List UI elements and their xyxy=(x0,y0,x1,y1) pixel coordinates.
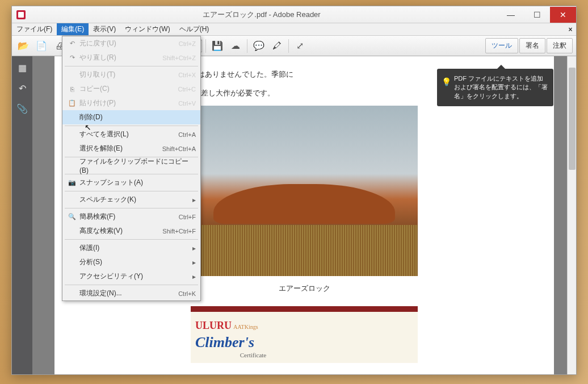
tooltip-arrow-icon xyxy=(497,65,505,69)
highlight-button[interactable]: 🖍 xyxy=(269,38,285,54)
menu-spellcheck[interactable]: スペルチェック(K)▸ xyxy=(62,193,200,207)
menu-delete[interactable]: 削除(D) xyxy=(62,110,200,124)
photo-certificate: ULURU AATKings Climber's Certificate xyxy=(191,306,418,363)
tooltip-text: PDF ファイルにテキストを追加および署名を配置するには、「署名」をクリックしま… xyxy=(454,75,548,99)
camera-icon: 📷 xyxy=(67,179,77,186)
menu-protect[interactable]: 保護(I)▸ xyxy=(62,241,200,255)
search-icon: 🔍 xyxy=(67,213,77,220)
menu-snapshot[interactable]: 📷スナップショット(A) xyxy=(62,176,200,190)
cert-climbers-text: Climber's xyxy=(195,335,311,350)
separator xyxy=(205,39,206,53)
submenu-arrow-icon: ▸ xyxy=(192,258,196,266)
convert-button[interactable]: ☁ xyxy=(228,38,243,54)
menu-select-all[interactable]: すべてを選択(L)Ctrl+A xyxy=(62,127,200,141)
menu-window[interactable]: ウィンドウ(W) xyxy=(120,23,174,35)
menu-separator xyxy=(65,208,198,208)
copy-icon: ⎘ xyxy=(67,86,77,93)
sign-tooltip: PDF ファイルにテキストを追加および署名を配置するには、「署名」をクリックしま… xyxy=(437,69,553,106)
undo-nav-icon[interactable]: ↶ xyxy=(15,81,29,95)
minimize-button[interactable]: — xyxy=(498,7,524,23)
app-icon xyxy=(16,10,26,19)
menubar-close-button[interactable]: × xyxy=(567,23,576,35)
thumbnails-icon[interactable]: ▦ xyxy=(15,61,29,74)
menu-advanced-find[interactable]: 高度な検索(V)Shift+Ctrl+F xyxy=(62,224,200,238)
open-button[interactable]: 📂 xyxy=(15,38,31,54)
comment-bubble-button[interactable]: 💬 xyxy=(251,38,267,54)
nav-sidebar: ▦ ↶ 📎 xyxy=(12,56,32,374)
sign-panel-button[interactable]: 署名 xyxy=(519,38,545,53)
app-window: エアーズロック.pdf - Adobe Reader — ☐ ✕ ファイル(F)… xyxy=(11,6,577,375)
menu-copy[interactable]: ⎘コピー(C)Ctrl+C xyxy=(62,82,200,96)
menu-copy-to-clipboard[interactable]: ファイルをクリップボードにコピー(B) xyxy=(62,158,200,173)
menu-separator xyxy=(65,66,198,66)
window-title: エアーズロック.pdf - Adobe Reader xyxy=(26,10,498,20)
menu-separator xyxy=(65,239,198,240)
menu-cut[interactable]: 切り取り(T)Ctrl+X xyxy=(62,68,200,82)
menu-redo[interactable]: ↷やり直し(R)Shift+Ctrl+Z xyxy=(62,51,200,65)
menu-view[interactable]: 表示(V) xyxy=(89,23,120,35)
redo-icon: ↷ xyxy=(67,54,77,61)
fullscreen-button[interactable]: ⤢ xyxy=(292,38,308,54)
menu-edit[interactable]: 編集(E) xyxy=(57,23,89,35)
menu-deselect[interactable]: 選択を解除(E)Shift+Ctrl+A xyxy=(62,141,200,156)
menu-help[interactable]: ヘルプ(H) xyxy=(175,23,214,35)
separator xyxy=(288,39,289,53)
cert-right-text xyxy=(316,312,418,363)
cert-aat-text: AATKings xyxy=(233,324,258,330)
menu-paste[interactable]: 📋貼り付け(P)Ctrl+V xyxy=(62,96,200,110)
menu-file[interactable]: ファイル(F) xyxy=(12,23,57,35)
save-floppy-button[interactable]: 💾 xyxy=(209,38,225,54)
scrollbar-thumb[interactable] xyxy=(569,68,576,170)
undo-icon: ↶ xyxy=(67,40,77,47)
submenu-arrow-icon: ▸ xyxy=(192,244,196,252)
menu-find[interactable]: 🔍簡易検索(F)Ctrl+F xyxy=(62,210,200,224)
close-button[interactable]: ✕ xyxy=(550,7,576,23)
submenu-arrow-icon: ▸ xyxy=(192,273,196,281)
menubar: ファイル(F) 編集(E) 表示(V) ウィンドウ(W) ヘルプ(H) × xyxy=(12,23,576,36)
menu-accessibility[interactable]: アクセシビリティ(Y)▸ xyxy=(62,269,200,283)
attachments-icon[interactable]: 📎 xyxy=(15,102,29,115)
menu-separator xyxy=(65,126,198,126)
menu-preferences[interactable]: 環境設定(N)...Ctrl+K xyxy=(62,286,200,300)
photo-uluru xyxy=(191,106,418,276)
maximize-button[interactable]: ☐ xyxy=(524,7,550,23)
save-button[interactable]: 📄 xyxy=(33,38,49,54)
separator xyxy=(247,39,247,53)
submenu-arrow-icon: ▸ xyxy=(192,196,196,204)
comment-panel-button[interactable]: 注釈 xyxy=(547,38,573,53)
paste-icon: 📋 xyxy=(67,99,77,107)
edit-menu-dropdown: ↶元に戻す(U)Ctrl+Z ↷やり直し(R)Shift+Ctrl+Z 切り取り… xyxy=(62,36,201,301)
vertical-scrollbar[interactable] xyxy=(567,56,576,374)
tools-panel-button[interactable]: ツール xyxy=(485,38,518,53)
titlebar: エアーズロック.pdf - Adobe Reader — ☐ ✕ xyxy=(12,6,576,23)
menu-separator xyxy=(65,285,198,285)
cert-certificate-text: Certificate xyxy=(195,350,311,361)
cert-uluru-text: ULURU xyxy=(195,320,232,331)
menu-analyze[interactable]: 分析(S)▸ xyxy=(62,255,200,269)
menu-undo[interactable]: ↶元に戻す(U)Ctrl+Z xyxy=(62,36,200,51)
menu-separator xyxy=(65,191,198,191)
